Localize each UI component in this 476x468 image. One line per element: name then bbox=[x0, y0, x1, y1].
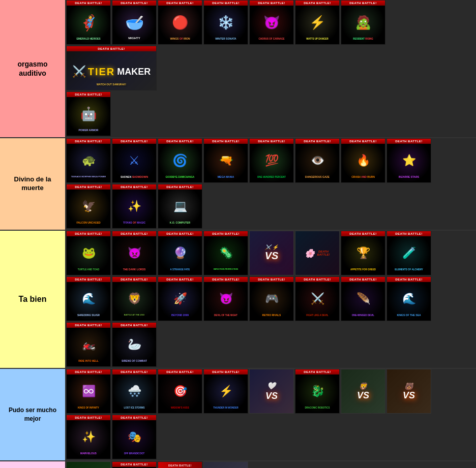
list-item[interactable]: DEATH BATTLE! ❄️ WINTER SONATA bbox=[203, 0, 249, 46]
list-item[interactable]: DEATH BATTLE! 🥣 MIGHTY bbox=[112, 0, 158, 46]
list-item[interactable]: DEATH BATTLE! 🔫 MEGA MANIA bbox=[203, 138, 249, 184]
list-item[interactable]: DEATH BATTLE! 😈 CHORUS OF CARNAGE bbox=[249, 0, 295, 46]
list-item[interactable]: DEATH BATTLE! 🔮 A STRANGE FATE bbox=[158, 231, 203, 276]
list-item[interactable]: DEATH BATTLE! ♾️ KINGS OF INFINITY bbox=[66, 369, 112, 415]
list-item[interactable]: DEATH BATTLE! ⚔ SHONEN SHOWDOWN bbox=[112, 138, 158, 184]
list-item[interactable]: DEATH BATTLE! 🏆 APPETITE FOR GREED bbox=[341, 231, 386, 276]
list-item[interactable]: DEATH BATTLE! ⚔️ TIER MAKER WATCH OUT SA… bbox=[66, 46, 158, 91]
tier-label-d: alch a vos quien te conoce papa bbox=[0, 461, 65, 468]
list-item[interactable]: DEATH BATTLE! 👁️ DANGEROUS GAZE bbox=[295, 138, 341, 184]
tier-label-c: Pudo ser mucho mejor bbox=[0, 369, 65, 460]
tier-row-c: Pudo ser mucho mejor DEATH BATTLE! ♾️ KI… bbox=[0, 369, 476, 461]
list-item[interactable]: 🐻 VS bbox=[386, 369, 432, 415]
list-item[interactable]: DEATH BATTLE! 👿 THE DARK LORDS bbox=[112, 231, 158, 276]
list-item[interactable]: 🦁 VS bbox=[341, 369, 386, 415]
list-item[interactable]: DEATH BATTLE! ⚡ THUNDER IN WONDER bbox=[203, 369, 249, 415]
list-item[interactable]: DEATH BATTLE! 🌊 KINGS OF THE SEA bbox=[386, 276, 432, 322]
list-item[interactable]: DEATH BATTLE! 🦁 BATTLE AT THE ZOO bbox=[112, 276, 158, 322]
list-item[interactable]: DEATH BATTLE! 🦢 SIRENS OF COMBAT bbox=[112, 322, 158, 368]
list-item[interactable]: 🐲 VS bbox=[203, 461, 249, 468]
list-item[interactable]: DEATH BATTLE! 🦅 FALCON UNCAGED bbox=[66, 184, 112, 230]
tier-row-b: Ta bien DEATH BATTLE! 🐸 TURTLE AND TOAD … bbox=[0, 231, 476, 369]
list-item[interactable]: DEATH BATTLE! 🌀 GOODBYE.CHIMICHANGA bbox=[158, 138, 203, 184]
list-item[interactable]: DEATH BATTLE! 🤖 POWER ARMOR bbox=[66, 91, 112, 137]
tier-label-b: Ta bien bbox=[0, 231, 65, 368]
list-item[interactable]: DEATH BATTLE! 🎮 RETRO RIVALS bbox=[249, 276, 295, 322]
list-item[interactable]: DEATH BATTLE! 🕊️ UNLOCKING HEAVEN bbox=[112, 461, 158, 468]
tier-row-a: Divino de la muerte DEATH BATTLE! 🐢 TEEN… bbox=[0, 138, 476, 231]
tier-items-c: DEATH BATTLE! ♾️ KINGS OF INFINITY DEATH… bbox=[65, 369, 476, 460]
list-item[interactable]: DEATH BATTLE! 🐸 TURTLE AND TOAD bbox=[66, 231, 112, 276]
list-item[interactable]: DEATH BATTLE! 🏍️ RIDE INTO HELL bbox=[66, 322, 112, 368]
list-item[interactable]: DEATH BATTLE! 🌨️ LOST ICE STORMS bbox=[112, 369, 158, 415]
tier-label-s: orgasmo auditivo bbox=[0, 0, 65, 137]
list-item[interactable]: 🤍 VS bbox=[249, 369, 295, 415]
list-item[interactable]: DEATH BATTLE! 🎯 WIDOW'S KISS bbox=[158, 369, 203, 415]
list-item[interactable]: DEATH BATTLE! 🌊 SHREDDING SILVER bbox=[66, 276, 112, 322]
tier-row-s: orgasmo auditivo DEATH BATTLE! 🦸 EMERALD… bbox=[0, 0, 476, 138]
list-item[interactable]: DEATH BATTLE! 🧪 ELEMENTS OF ALCHEMY bbox=[386, 231, 432, 276]
list-item[interactable]: DEATH BATTLE! 🚀 BEYOND 2099 bbox=[158, 276, 203, 322]
list-item[interactable]: DEATH BATTLE! 🧟 RESIDENT RISING bbox=[341, 0, 386, 46]
list-item[interactable]: DEATH BATTLE! 🪶 ONE-WINGED DEVIL bbox=[341, 276, 386, 322]
list-item[interactable]: DEATH BATTLE! 🦠 INFECTION PERFECTION bbox=[203, 231, 249, 276]
list-item[interactable]: DEATH BATTLE! ✨ TITANS OF MAGIC bbox=[112, 184, 158, 230]
list-item[interactable]: DEATH BATTLE! 🐉 DRACONIC ROBOTICS bbox=[295, 369, 341, 415]
tier-list: orgasmo auditivo DEATH BATTLE! 🦸 EMERALD… bbox=[0, 0, 476, 468]
list-item[interactable]: DEATH BATTLE! 🔥 CRASH AND BURN bbox=[341, 138, 386, 184]
tier-items-s: DEATH BATTLE! 🦸 EMERALD HEROES DEATH BAT… bbox=[65, 0, 476, 137]
tier-items-d: 🦎 VS DEATH BATTLE! 🕊️ UNLOCKING HEAVEN D… bbox=[65, 461, 476, 468]
list-item[interactable]: DEATH BATTLE! ⭐ BIZARRE STARS bbox=[386, 138, 432, 184]
list-item[interactable]: DEATH BATTLE! 💻 K.O. COMPUTER bbox=[158, 184, 203, 230]
list-item[interactable]: DEATH BATTLE! 💥 THEY'RE GOING... bbox=[158, 461, 203, 468]
list-item[interactable]: DEATH BATTLE! ⚔️ FIGHT LIKE A DEVIL bbox=[295, 276, 341, 322]
list-item[interactable]: DEATH BATTLE! 🔴 WINGS OF IRON bbox=[158, 0, 203, 46]
tier-label-a: Divino de la muerte bbox=[0, 138, 65, 230]
list-item[interactable]: 🌸 DEATH BATTLE! bbox=[295, 231, 341, 276]
list-item[interactable]: DEATH BATTLE! 🦸 EMERALD HEROES bbox=[66, 0, 112, 46]
list-item[interactable]: ⚔️ ⚡ VS bbox=[249, 231, 295, 276]
list-item[interactable]: DEATH BATTLE! ⚡ WATTS UP DANGER bbox=[295, 0, 341, 46]
list-item[interactable]: DEATH BATTLE! 😈 DEVIL OF THE NIGHT bbox=[203, 276, 249, 322]
tier-items-a: DEATH BATTLE! 🐢 TEENAGE MORPHIN NINJA PO… bbox=[65, 138, 476, 230]
list-item[interactable]: DEATH BATTLE! 🎭 OFF BRANDICOOT bbox=[112, 415, 158, 460]
tier-row-d: alch a vos quien te conoce papa 🦎 VS DEA… bbox=[0, 461, 476, 468]
tier-items-b: DEATH BATTLE! 🐸 TURTLE AND TOAD DEATH BA… bbox=[65, 231, 476, 368]
list-item[interactable]: DEATH BATTLE! ✨ MARVELOUS bbox=[66, 415, 112, 460]
list-item[interactable]: DEATH BATTLE! 🐢 TEENAGE MORPHIN NINJA PO… bbox=[66, 138, 112, 184]
list-item[interactable]: DEATH BATTLE! 💯 ONE HUNDRED PERCENT bbox=[249, 138, 295, 184]
list-item[interactable]: 🦎 VS bbox=[66, 461, 112, 468]
